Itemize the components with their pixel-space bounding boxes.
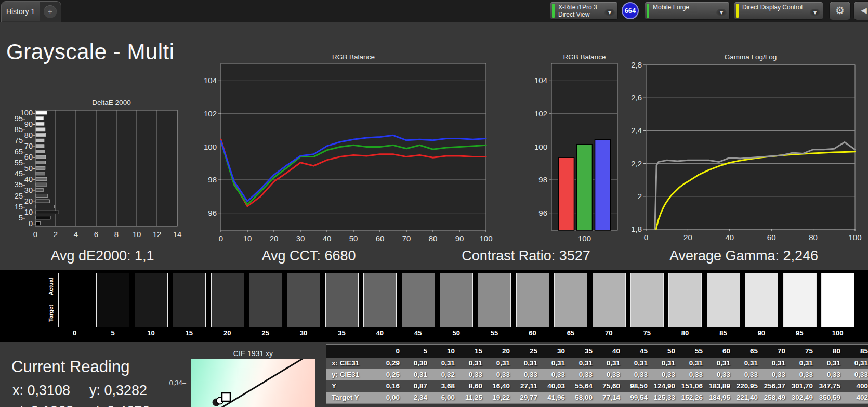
table-col-header: 25: [515, 345, 542, 358]
grayscale-swatch-75: [630, 273, 664, 327]
table-cell: 125,33: [652, 392, 680, 403]
table-cell: 0,33: [790, 369, 818, 380]
table-cell: 0,33: [542, 369, 570, 380]
svg-text:0: 0: [644, 233, 648, 242]
tab-bar: History 1 + X-Rite i1Pro 3 Direct View ▼…: [0, 0, 868, 22]
table-cell: 0,16: [377, 380, 404, 392]
swatch-target-half: [212, 300, 244, 327]
swatch-target-half: [669, 300, 701, 327]
swatch-actual-half: [517, 273, 549, 300]
swatch-target-half: [402, 300, 435, 327]
swatch-actual-half: [822, 273, 854, 300]
grayscale-swatch-strip: Actual Target 05101520253035404550556065…: [0, 270, 868, 342]
swatch-actual-half: [784, 273, 816, 300]
cie-1931-chart: [191, 359, 315, 407]
swatch-actual-half: [593, 273, 625, 300]
meter-device-button[interactable]: X-Rite i1Pro 3 Direct View ▼: [550, 2, 618, 20]
table-cell: 0,31: [515, 358, 542, 369]
svg-text:0: 0: [33, 230, 37, 239]
swatch-level-label: 5: [94, 329, 131, 337]
table-col-header: 40: [597, 345, 625, 358]
tab-history-1[interactable]: History 1: [2, 2, 40, 21]
table-cell: 0,33: [459, 369, 487, 380]
swatch-actual-half: [478, 273, 510, 300]
table-col-header: 65: [735, 345, 762, 358]
source-button[interactable]: Mobile Forge ▼: [645, 2, 730, 20]
table-cell: 0,87: [404, 380, 432, 392]
grayscale-swatch-5: [96, 273, 129, 327]
swatch-target-half: [593, 300, 625, 327]
swatch-target-half: [249, 300, 282, 327]
table-cell: 0,25: [377, 369, 404, 380]
swatch-actual-half: [440, 273, 472, 300]
swatch-target-half: [822, 300, 854, 327]
svg-text:2: 2: [54, 230, 58, 239]
svg-text:2,6: 2,6: [631, 93, 642, 102]
gamma-loglog-chart: Gamma Log/Log1,822,22,42,62,802040608010…: [599, 51, 865, 246]
table-cell: 58,00: [570, 392, 597, 403]
swatch-target-half: [440, 300, 472, 327]
chevron-down-icon[interactable]: ▼: [604, 9, 615, 17]
table-cell: 347,75: [818, 380, 845, 392]
svg-text:45: 45: [15, 169, 23, 178]
swatch-actual-half: [173, 273, 205, 300]
svg-text:104: 104: [534, 76, 547, 85]
add-tab-button[interactable]: +: [44, 5, 57, 18]
table-cell: 11,25: [459, 392, 487, 403]
svg-text:40: 40: [24, 175, 33, 183]
measurement-count-badge[interactable]: 664: [622, 2, 639, 19]
table-cell: 183,89: [707, 380, 735, 392]
swatch-actual-half: [326, 273, 358, 300]
source-status-accent: [647, 4, 649, 18]
table-cell: 0,31: [790, 358, 818, 369]
calman-window: History 1 + X-Rite i1Pro 3 Direct View ▼…: [0, 0, 868, 407]
svg-text:100: 100: [479, 234, 492, 243]
svg-text:50: 50: [349, 234, 358, 243]
svg-text:90: 90: [24, 120, 33, 128]
chevron-down-icon[interactable]: ▼: [716, 9, 727, 17]
table-cell: 0,33: [570, 369, 597, 380]
table-cell: 302,49: [790, 392, 818, 403]
svg-text:96: 96: [538, 208, 547, 217]
swatch-level-label: 75: [628, 329, 666, 337]
table-cell: 0,31: [735, 358, 762, 369]
table-cell: 258,49: [762, 392, 790, 403]
collapse-panel-button[interactable]: ◀: [853, 1, 868, 20]
grayscale-swatch-30: [287, 273, 320, 327]
table-col-header: 30: [542, 345, 570, 358]
table-cell: 29,77: [515, 392, 542, 403]
table-cell: 0,33: [762, 369, 790, 380]
table-cell: 0,31: [652, 358, 680, 369]
svg-text:102: 102: [204, 109, 217, 118]
svg-text:80: 80: [24, 131, 33, 139]
display-control-button[interactable]: Direct Display Control ▼: [734, 2, 823, 20]
svg-text:80: 80: [429, 234, 438, 243]
grayscale-swatch-70: [593, 273, 626, 327]
table-col-header: 10: [432, 345, 459, 358]
grayscale-swatch-50: [440, 273, 473, 327]
table-col-header: 80: [818, 345, 845, 358]
page-title: Grayscale - Multi: [6, 40, 175, 64]
gear-icon: ⚙: [835, 4, 845, 17]
table-row-label: Target Y: [326, 392, 377, 403]
table-cell: 124,90: [652, 380, 680, 392]
table-cell: 98,50: [625, 380, 652, 392]
grayscale-swatch-0: [58, 273, 91, 327]
grayscale-swatch-15: [173, 273, 206, 327]
swatch-level-label: 20: [208, 329, 246, 337]
stat-avg-cct: Avg CCT: 6680: [261, 248, 356, 264]
swatch-level-label: 25: [246, 329, 284, 337]
chevron-down-icon[interactable]: ▼: [810, 9, 820, 17]
table-cell: 151,06: [680, 380, 707, 392]
swatch-level-label: 40: [361, 329, 399, 337]
swatch-target-half: [478, 300, 510, 327]
table-cell: 0,33: [625, 369, 652, 380]
table-cell: 402: [845, 392, 868, 403]
svg-text:Gamma Log/Log: Gamma Log/Log: [725, 53, 777, 61]
settings-button[interactable]: ⚙: [829, 1, 851, 20]
table-cell: 3,68: [432, 380, 459, 392]
table-cell: 0,31: [570, 358, 597, 369]
table-cell: 27,11: [515, 380, 542, 392]
cie-chart-title: CIE 1931 xy: [191, 349, 315, 358]
grayscale-swatch-90: [745, 273, 778, 327]
